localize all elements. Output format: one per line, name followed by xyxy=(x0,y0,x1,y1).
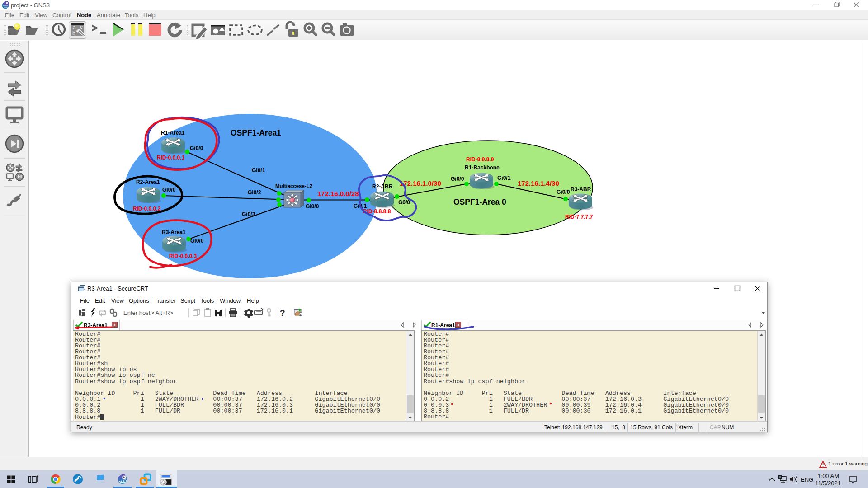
svg-text:11/5/2021: 11/5/2021 xyxy=(815,480,841,487)
svg-text:RID-7.7.7.7: RID-7.7.7.7 xyxy=(565,214,593,220)
svg-text:8: 8 xyxy=(300,313,302,316)
svg-text:172.16.0.0/28: 172.16.0.0/28 xyxy=(317,190,359,197)
svg-text:OSPF1-Area1: OSPF1-Area1 xyxy=(231,128,281,137)
svg-text:R2-ABR: R2-ABR xyxy=(372,183,393,190)
svg-text:Gi0/0: Gi0/0 xyxy=(190,145,203,151)
svg-text:RID-0.0.0.1: RID-0.0.0.1 xyxy=(157,155,185,161)
svg-text:172.16.1.4/30: 172.16.1.4/30 xyxy=(518,179,559,187)
svg-text:?: ? xyxy=(280,308,285,318)
svg-text:c: c xyxy=(80,24,83,30)
svg-text:Gi0/3: Gi0/3 xyxy=(242,211,255,217)
svg-text:R3-ABR: R3-ABR xyxy=(571,186,591,192)
svg-text:RID-0.0.0.2: RID-0.0.0.2 xyxy=(133,206,161,212)
svg-text:Gi0/0: Gi0/0 xyxy=(190,238,204,244)
svg-text:OSPF1-Area 0: OSPF1-Area 0 xyxy=(453,197,506,206)
svg-text:Gi0/1: Gi0/1 xyxy=(497,175,511,181)
svg-text:a: a xyxy=(73,24,76,31)
svg-text:RID-9.9.9.9: RID-9.9.9.9 xyxy=(466,156,494,163)
svg-text:Gi0/0: Gi0/0 xyxy=(451,176,464,182)
svg-text:Enter host <Alt+R>: Enter host <Alt+R> xyxy=(123,310,173,316)
svg-text:R3-Area1: R3-Area1 xyxy=(162,229,186,235)
svg-text:R1-Area1: R1-Area1 xyxy=(161,130,185,136)
svg-text:Gi0/1: Gi0/1 xyxy=(252,167,265,174)
svg-text:Gi0/0: Gi0/0 xyxy=(557,189,570,195)
svg-text:ENG: ENG xyxy=(801,476,813,483)
svg-text:R1-Backbone: R1-Backbone xyxy=(465,164,500,171)
svg-text:G0/0: G0/0 xyxy=(398,199,410,206)
svg-text:b: b xyxy=(72,30,75,37)
svg-text:Gi0/0: Gi0/0 xyxy=(162,187,176,193)
svg-text:172.16.1.0/30: 172.16.1.0/30 xyxy=(400,179,441,187)
svg-text:Multiaccess-L2: Multiaccess-L2 xyxy=(275,183,312,189)
svg-text:Gi0/0: Gi0/0 xyxy=(306,203,319,210)
svg-text:1:00 AM: 1:00 AM xyxy=(817,473,839,479)
svg-text:Gi0/2: Gi0/2 xyxy=(248,189,261,196)
svg-text:R2-Area1: R2-Area1 xyxy=(136,179,160,185)
svg-text:RID-0.0.0.3: RID-0.0.0.3 xyxy=(169,253,197,259)
